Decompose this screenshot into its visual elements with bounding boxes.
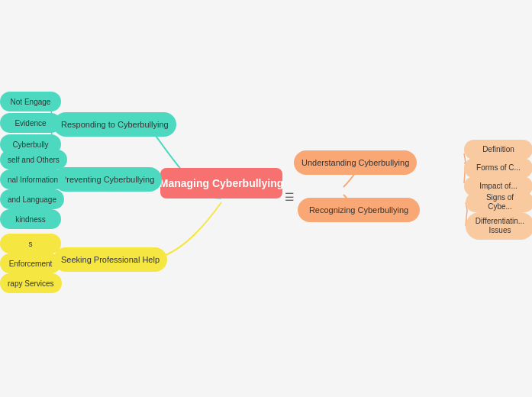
personal-info-label: nal Information: [8, 176, 58, 184]
forms-label: Forms of C...: [476, 163, 521, 173]
professional-label: Seeking Professional Help: [61, 255, 160, 264]
understanding-label: Understanding Cyberbullying: [301, 158, 409, 167]
evidence-node: Evidence: [0, 113, 61, 133]
recognizing-node[interactable]: Recognizing Cyberbullying: [298, 198, 420, 222]
professional-node[interactable]: Seeking Professional Help: [53, 247, 167, 272]
not-engage-label: Not Engage: [11, 98, 51, 106]
therapy-label: rapy Services: [8, 279, 54, 288]
self-others-node: self and Others: [0, 150, 67, 169]
impact-label: Impact of...: [479, 182, 517, 191]
responding-node[interactable]: Responding to Cyberbullying: [53, 112, 176, 137]
central-node: Managing Cyberbullying: [160, 168, 282, 198]
kindness-node: kindness: [0, 209, 61, 229]
understanding-node[interactable]: Understanding Cyberbullying: [294, 150, 417, 175]
definition-node: Definition: [464, 140, 532, 160]
differentiating-node: Differentiatin... Issues: [466, 212, 532, 240]
menu-icon[interactable]: ☰: [285, 191, 295, 203]
therapy-node: rapy Services: [0, 273, 62, 293]
not-engage-node: Not Engage: [0, 92, 61, 111]
central-label: Managing Cyberbullying: [160, 177, 284, 189]
recognizing-label: Recognizing Cyberbullying: [309, 205, 408, 215]
enforcement-node: Enforcement: [0, 253, 61, 273]
differentiating-label: Differentiatin... Issues: [470, 217, 530, 235]
kindness-label: kindness: [15, 215, 45, 224]
forms-node: Forms of C...: [464, 158, 532, 178]
preventing-node[interactable]: Preventing Cyberbullying: [53, 167, 162, 192]
s-label: s: [29, 240, 33, 248]
personal-info-node: nal Information: [0, 169, 66, 189]
cyberbully-label: Cyberbully: [12, 140, 48, 149]
language-label: and Language: [8, 195, 56, 204]
self-others-label: self and Others: [8, 156, 60, 164]
definition-label: Definition: [482, 145, 514, 154]
responding-label: Responding to Cyberbullying: [61, 120, 169, 129]
signs-node: Signs of Cybe...: [466, 192, 532, 212]
s-node: s: [0, 234, 61, 253]
enforcement-label: Enforcement: [9, 260, 53, 268]
language-node: and Language: [0, 189, 64, 209]
evidence-label: Evidence: [15, 119, 46, 127]
signs-label: Signs of Cybe...: [473, 193, 527, 211]
preventing-label: Preventing Cyberbullying: [61, 175, 154, 184]
